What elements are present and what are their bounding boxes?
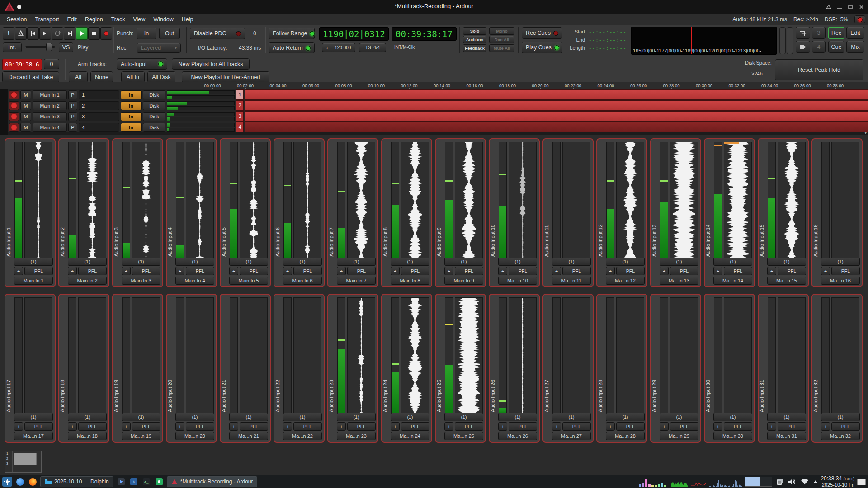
- maximize-icon[interactable]: [845, 2, 855, 11]
- strip-pfl-button[interactable]: PFL: [347, 267, 376, 275]
- strip-name-button[interactable]: Ma...n 19: [122, 432, 160, 440]
- channel-strip-25[interactable]: Audio Input 25 (1) + PFL Ma...n 25: [435, 294, 486, 443]
- strip-add-button[interactable]: +: [713, 422, 722, 431]
- strip-add-button[interactable]: +: [821, 267, 830, 275]
- app-launcher-icon[interactable]: [2, 477, 12, 487]
- strip-name-button[interactable]: Main In 4: [175, 277, 214, 285]
- channel-strip-10[interactable]: Audio Input 10 (1) + PFL Ma...n 10: [489, 138, 540, 287]
- menu-transport[interactable]: Transport: [31, 16, 63, 23]
- strip-name-button[interactable]: Ma...n 14: [713, 277, 752, 285]
- track-take-field[interactable]: 1: [79, 90, 119, 99]
- strip-pfl-button[interactable]: PFL: [347, 422, 376, 431]
- monitor-audition-button[interactable]: Audition: [463, 36, 486, 43]
- tab-mixer[interactable]: Mix: [846, 41, 864, 53]
- strip-name-button[interactable]: Ma...n 22: [283, 432, 322, 440]
- strip-pfl-button[interactable]: PFL: [509, 422, 537, 431]
- metronome-button[interactable]: [15, 27, 27, 40]
- strip-add-button[interactable]: +: [767, 267, 776, 275]
- strip-add-button[interactable]: +: [606, 267, 615, 275]
- record-button[interactable]: [100, 27, 112, 40]
- minimize-icon[interactable]: [835, 2, 844, 11]
- strip-channel-button[interactable]: (1): [337, 258, 376, 266]
- strip-add-button[interactable]: +: [122, 422, 131, 431]
- track-name-button[interactable]: Main In 4: [33, 123, 67, 132]
- strip-pfl-button[interactable]: PFL: [132, 267, 160, 275]
- menu-region[interactable]: Region: [81, 16, 107, 23]
- channel-strip-24[interactable]: Audio Input 24 (1) + PFL Ma...n 24: [381, 294, 432, 443]
- auto-input-select[interactable]: Auto-Input: [117, 58, 167, 70]
- tray-expand-icon[interactable]: [813, 480, 818, 483]
- channel-strip-26[interactable]: Audio Input 26 (1) + PFL Ma...n 26: [489, 294, 540, 443]
- strip-channel-button[interactable]: (1): [498, 258, 537, 266]
- track-disk-button[interactable]: Disk: [143, 90, 165, 99]
- track-name-button[interactable]: Main In 1: [33, 90, 67, 99]
- menu-track[interactable]: Track: [107, 16, 129, 23]
- strip-name-button[interactable]: Ma...n 30: [713, 432, 752, 440]
- strip-channel-button[interactable]: (1): [283, 413, 322, 421]
- track-number-badge[interactable]: 2: [236, 100, 244, 111]
- channel-strip-32[interactable]: Audio Input 32 (1) + PFL Ma...n 32: [811, 294, 863, 443]
- strip-channel-button[interactable]: (1): [14, 258, 53, 266]
- strip-channel-button[interactable]: (1): [821, 413, 860, 421]
- firefox-icon[interactable]: [28, 477, 38, 487]
- strip-channel-button[interactable]: (1): [767, 258, 806, 266]
- track-name-button[interactable]: Main In 2: [33, 101, 67, 110]
- track-input-button[interactable]: In: [121, 123, 142, 132]
- strip-add-button[interactable]: +: [498, 267, 507, 275]
- strip-pfl-button[interactable]: PFL: [240, 422, 268, 431]
- all-disk-button[interactable]: All Disk: [147, 71, 175, 83]
- strip-pfl-button[interactable]: PFL: [186, 267, 214, 275]
- strip-name-button[interactable]: Ma...n 13: [660, 277, 698, 285]
- strip-channel-button[interactable]: (1): [337, 413, 376, 421]
- terminal-icon[interactable]: >_: [142, 477, 151, 487]
- strip-name-button[interactable]: Ma...n 18: [68, 432, 107, 440]
- layout-4-button[interactable]: 4: [812, 41, 826, 53]
- tempo-button[interactable]: ♩= 120.000: [322, 43, 355, 52]
- disable-pdc-button[interactable]: Disable PDC: [190, 28, 245, 39]
- channel-strip-31[interactable]: Audio Input 31 (1) + PFL Ma...n 31: [758, 294, 809, 443]
- strip-name-button[interactable]: Ma...n 11: [552, 277, 591, 285]
- track-mute-button[interactable]: M: [20, 101, 31, 110]
- strip-add-button[interactable]: +: [767, 422, 776, 431]
- track-number-badge[interactable]: 1: [236, 89, 244, 100]
- strip-channel-button[interactable]: (1): [122, 413, 160, 421]
- recorder-app-icon[interactable]: [154, 477, 164, 487]
- task-ardour[interactable]: *Multitrack-Recording - Ardour: [167, 476, 258, 487]
- strip-pfl-button[interactable]: PFL: [670, 422, 698, 431]
- strip-pfl-button[interactable]: PFL: [186, 422, 214, 431]
- monitor-section-button[interactable]: [796, 41, 810, 53]
- strip-pfl-button[interactable]: PFL: [616, 422, 645, 431]
- strip-pfl-button[interactable]: PFL: [670, 267, 698, 275]
- strip-pfl-button[interactable]: PFL: [401, 267, 429, 275]
- channel-strip-2[interactable]: Audio Input 2 (1) + PFL Main In 2: [58, 138, 109, 287]
- strip-name-button[interactable]: Main In 3: [122, 277, 160, 285]
- strip-add-button[interactable]: +: [68, 267, 77, 275]
- strip-pfl-button[interactable]: PFL: [509, 267, 537, 275]
- notes-tray-icon[interactable]: [777, 479, 784, 485]
- strip-channel-button[interactable]: (1): [660, 413, 698, 421]
- timeline-ruler[interactable]: 00:00:0000:02:0000:04:0000:06:0000:08:00…: [0, 82, 868, 90]
- strip-add-button[interactable]: +: [337, 422, 346, 431]
- strip-name-button[interactable]: Ma...n 24: [391, 432, 429, 440]
- channel-strip-6[interactable]: Audio Input 6 (1) + PFL Main In 6: [274, 138, 325, 287]
- channel-strip-11[interactable]: Audio Input 11 (1) + PFL Ma...n 11: [542, 138, 594, 287]
- strip-pfl-button[interactable]: PFL: [24, 422, 53, 431]
- menu-window[interactable]: Window: [149, 16, 177, 23]
- monitor-mono-button[interactable]: Mono: [489, 27, 514, 35]
- varispeed-button[interactable]: VS: [59, 42, 73, 52]
- channel-strip-17[interactable]: Audio Input 17 (1) + PFL Ma...n 17: [5, 294, 56, 443]
- mini-timeline[interactable]: 165|00|00-1177|00|00-1189|00|00-1201|00|…: [631, 27, 777, 55]
- track-input-button[interactable]: In: [121, 112, 142, 121]
- strip-add-button[interactable]: +: [552, 267, 561, 275]
- strip-add-button[interactable]: +: [14, 267, 23, 275]
- track-playlist-button[interactable]: P: [68, 123, 77, 132]
- strip-pfl-button[interactable]: PFL: [240, 267, 268, 275]
- track-playlist-button[interactable]: P: [68, 112, 77, 121]
- tab-editor[interactable]: Edit: [846, 27, 864, 39]
- strip-pfl-button[interactable]: PFL: [831, 422, 860, 431]
- strip-channel-button[interactable]: (1): [713, 413, 752, 421]
- strip-channel-button[interactable]: (1): [283, 258, 322, 266]
- track-record-lane[interactable]: [245, 111, 868, 122]
- channel-strip-8[interactable]: Audio Input 8 (1) + PFL Main In 8: [381, 138, 432, 287]
- strip-channel-button[interactable]: (1): [229, 413, 268, 421]
